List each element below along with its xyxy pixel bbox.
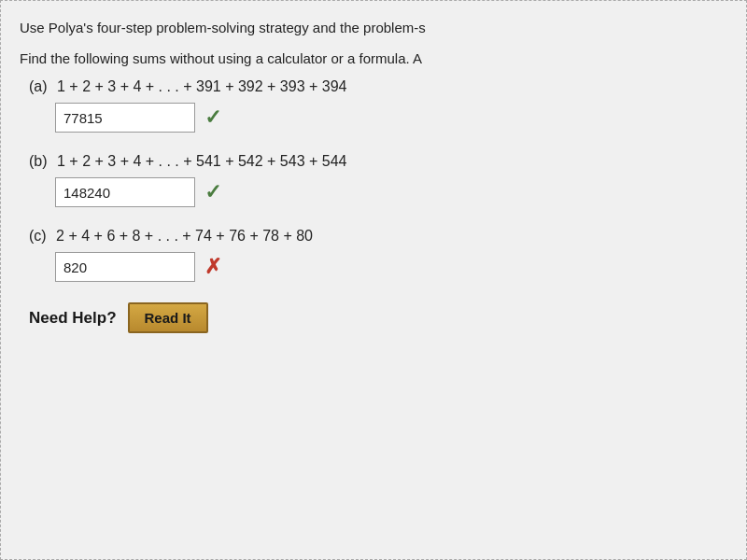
- correct-icon-a: ✓: [204, 105, 221, 130]
- answer-input-c[interactable]: [55, 252, 195, 282]
- answer-row-b: ✓: [29, 177, 727, 207]
- problem-section-c: (c) 2 + 4 + 6 + 8 + . . . + 74 + 76 + 78…: [20, 228, 727, 282]
- part-letter-c: (c): [29, 228, 47, 244]
- correct-icon-b: ✓: [204, 180, 221, 204]
- part-letter-b: (b): [29, 153, 48, 169]
- problem-label-b: (b) 1 + 2 + 3 + 4 + . . . + 541 + 542 + …: [29, 153, 727, 170]
- problem-section-b: (b) 1 + 2 + 3 + 4 + . . . + 541 + 542 + …: [20, 153, 727, 207]
- problem-label-a: (a) 1 + 2 + 3 + 4 + . . . + 391 + 392 + …: [29, 78, 727, 95]
- answer-row-a: ✓: [29, 103, 727, 133]
- problem-expression-a: 1 + 2 + 3 + 4 + . . . + 391 + 392 + 393 …: [57, 78, 346, 94]
- answer-input-b[interactable]: [55, 177, 195, 207]
- answer-row-c: ✗: [29, 252, 727, 282]
- instruction-text-1: Use Polya's four-step problem-solving st…: [20, 20, 426, 35]
- instruction-text-2: Find the following sums without using a …: [20, 50, 422, 66]
- problem-label-c: (c) 2 + 4 + 6 + 8 + . . . + 74 + 76 + 78…: [29, 228, 727, 245]
- read-it-button[interactable]: Read It: [128, 302, 208, 333]
- need-help-row: Need Help? Read It: [20, 302, 727, 333]
- need-help-label: Need Help?: [29, 309, 117, 328]
- answer-input-a[interactable]: [55, 103, 195, 133]
- problem-expression-b: 1 + 2 + 3 + 4 + . . . + 541 + 542 + 543 …: [57, 153, 346, 169]
- problem-section-a: (a) 1 + 2 + 3 + 4 + . . . + 391 + 392 + …: [20, 78, 727, 133]
- incorrect-icon-c: ✗: [204, 255, 221, 279]
- part-letter-a: (a): [29, 78, 48, 94]
- page-container: Use Polya's four-step problem-solving st…: [0, 0, 747, 560]
- instruction-line-1: Use Polya's four-step problem-solving st…: [20, 18, 727, 39]
- instruction-line-2: Find the following sums without using a …: [20, 49, 727, 70]
- problem-expression-c: 2 + 4 + 6 + 8 + . . . + 74 + 76 + 78 + 8…: [56, 228, 313, 244]
